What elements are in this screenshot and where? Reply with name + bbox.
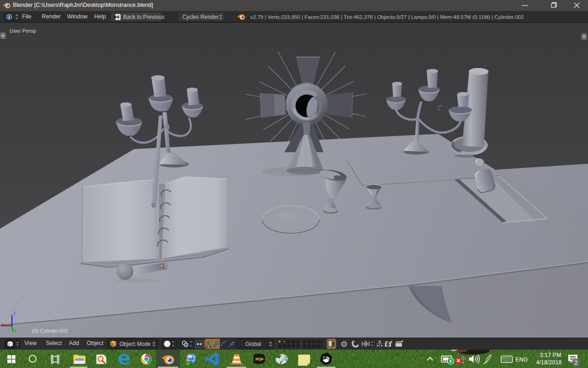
svg-text:PDF: PDF — [255, 357, 264, 362]
svg-text:z: z — [13, 310, 16, 316]
svg-text:(0) Cylinder.002: (0) Cylinder.002 — [32, 328, 68, 334]
svg-text:User Persp: User Persp — [10, 28, 36, 34]
svg-text:x: x — [1, 322, 4, 327]
svg-text:ENG: ENG — [515, 356, 528, 363]
svg-text:2: 2 — [575, 360, 578, 366]
svg-text:y: y — [14, 328, 17, 333]
svg-text:3:17 PM: 3:17 PM — [540, 352, 561, 358]
svg-text:4/18/2018: 4/18/2018 — [536, 359, 562, 366]
